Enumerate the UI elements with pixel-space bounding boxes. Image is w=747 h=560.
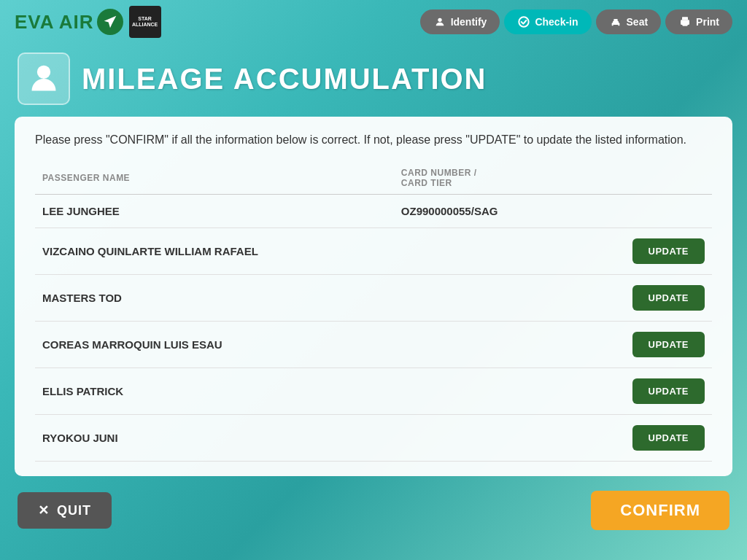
person-icon-box [18,52,70,105]
update-button-3[interactable]: UPDATE [632,332,705,357]
passenger-name-cell: RYOKOU JUNI [35,415,394,462]
svg-point-10 [37,66,50,79]
table-row: COREAS MARROQUIN LUIS ESAUUPDATE [35,322,712,368]
action-cell: UPDATE [625,322,713,368]
x-icon: ✕ [38,502,50,518]
nav-step-seat-label: Seat [627,16,649,28]
seat-icon [609,15,622,28]
nav-steps: Identify Check-in Seat Print [420,9,732,34]
eva-air-logo: EVA AIR [15,9,123,35]
nav-step-seat[interactable]: Seat [596,9,662,34]
action-cell [625,195,713,228]
svg-rect-6 [682,17,688,20]
checkin-icon [517,15,530,28]
action-cell: UPDATE [625,415,713,462]
svg-rect-2 [613,21,619,25]
nav-step-checkin-label: Check-in [535,16,578,28]
nav-step-identify-label: Identify [451,16,487,28]
page-title-area: MILEAGE ACCUMULATION [0,44,747,117]
nav-step-print[interactable]: Print [665,9,732,34]
update-button-5[interactable]: UPDATE [632,425,705,451]
eva-text: EVA AIR [15,11,94,34]
card-number-cell [394,228,625,275]
update-button-4[interactable]: UPDATE [632,378,705,404]
nav-step-identify[interactable]: Identify [420,9,500,34]
card-number-cell [394,368,625,415]
svg-rect-4 [611,23,613,26]
identify-icon [433,15,446,28]
action-cell: UPDATE [625,368,713,415]
action-cell: UPDATE [625,228,713,275]
confirm-button[interactable]: CONFIRM [591,491,729,530]
passenger-name-cell: MASTERS TOD [35,275,394,322]
star-alliance-badge: STARALLIANCE [129,6,161,38]
col-header-action [625,162,713,195]
table-row: LEE JUNGHEEOZ990000055/SAG [35,195,712,228]
person-icon [28,63,60,95]
passenger-table: PASSENGER NAME CARD NUMBER / CARD TIER L… [35,162,712,462]
update-button-1[interactable]: UPDATE [632,238,705,264]
table-row: VIZCAINO QUINLARTE WILLIAM RAFAELUPDATE [35,228,712,275]
card-number-cell [394,322,625,368]
table-row: MASTERS TODUPDATE [35,275,712,322]
card-number-cell: OZ990000055/SAG [394,195,625,228]
nav-step-checkin[interactable]: Check-in [504,9,591,34]
passenger-name-cell: ELLIS PATRICK [35,368,394,415]
action-cell: UPDATE [625,275,713,322]
col-header-card: CARD NUMBER / CARD TIER [394,162,625,195]
header: EVA AIR STARALLIANCE Identify Check-in [0,0,747,44]
bottom-bar: ✕ QUIT CONFIRM [0,476,747,545]
eva-bird-icon [97,9,123,35]
card-number-cell [394,275,625,322]
main-content: Please press "CONFIRM" if all the inform… [15,117,732,476]
svg-rect-8 [683,23,688,26]
passenger-name-cell: LEE JUNGHEE [35,195,394,228]
table-row: RYOKOU JUNIUPDATE [35,415,712,462]
svg-point-9 [686,21,688,23]
svg-rect-5 [618,23,619,26]
svg-point-0 [438,18,441,22]
quit-button[interactable]: ✕ QUIT [18,492,112,529]
svg-point-1 [519,17,529,26]
card-number-cell [394,415,625,462]
page-title: MILEAGE ACCUMULATION [82,63,487,96]
col-header-name: PASSENGER NAME [35,162,394,195]
passenger-name-cell: VIZCAINO QUINLARTE WILLIAM RAFAEL [35,228,394,275]
logo-area: EVA AIR STARALLIANCE [15,6,161,38]
update-button-2[interactable]: UPDATE [632,285,705,311]
nav-step-print-label: Print [696,16,719,28]
quit-label: QUIT [57,503,91,518]
print-icon [678,15,692,28]
svg-rect-3 [614,19,617,21]
table-row: ELLIS PATRICKUPDATE [35,368,712,415]
instruction-text: Please press "CONFIRM" if all the inform… [35,131,712,149]
passenger-name-cell: COREAS MARROQUIN LUIS ESAU [35,322,394,368]
table-header-row: PASSENGER NAME CARD NUMBER / CARD TIER [35,162,712,195]
